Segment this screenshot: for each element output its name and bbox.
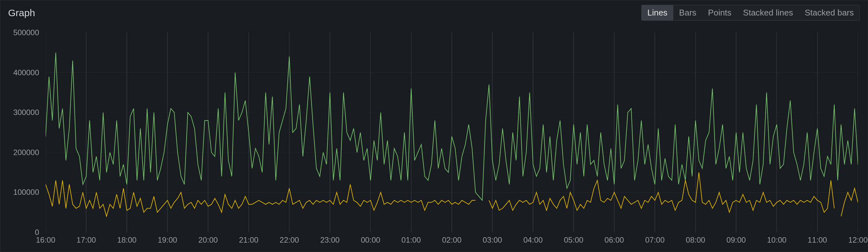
view-style-switch: LinesBarsPointsStacked linesStacked bars bbox=[641, 5, 860, 21]
x-tick: 00:00 bbox=[361, 236, 380, 245]
view-option-stacked-bars[interactable]: Stacked bars bbox=[799, 5, 860, 20]
x-tick: 17:00 bbox=[76, 236, 96, 245]
view-option-bars[interactable]: Bars bbox=[673, 5, 702, 20]
panel-title: Graph bbox=[8, 7, 35, 19]
y-tick: 200000 bbox=[13, 148, 39, 157]
y-axis: 0100000200000300000400000500000 bbox=[0, 33, 42, 232]
x-tick: 22:00 bbox=[280, 236, 299, 245]
plot-area bbox=[45, 33, 858, 232]
x-tick: 08:00 bbox=[686, 236, 705, 245]
x-tick: 23:00 bbox=[320, 236, 340, 245]
x-tick: 18:00 bbox=[117, 236, 136, 245]
view-option-points[interactable]: Points bbox=[702, 5, 737, 20]
panel-header: Graph LinesBarsPointsStacked linesStacke… bbox=[0, 0, 868, 21]
x-tick: 09:00 bbox=[726, 236, 746, 245]
chart-svg bbox=[45, 33, 858, 232]
y-tick: 500000 bbox=[13, 28, 39, 37]
x-tick: 02:00 bbox=[442, 236, 462, 245]
x-tick: 19:00 bbox=[158, 236, 177, 245]
x-tick: 01:00 bbox=[401, 236, 421, 245]
x-tick: 12:00 bbox=[848, 236, 868, 245]
x-tick: 16:00 bbox=[36, 236, 55, 245]
view-option-lines[interactable]: Lines bbox=[642, 5, 673, 20]
x-tick: 04:00 bbox=[523, 236, 542, 245]
y-tick: 100000 bbox=[13, 188, 39, 197]
x-tick: 21:00 bbox=[239, 236, 258, 245]
x-tick: 10:00 bbox=[767, 236, 786, 245]
x-tick: 05:00 bbox=[564, 236, 583, 245]
y-tick: 300000 bbox=[13, 108, 39, 117]
x-tick: 06:00 bbox=[604, 236, 624, 245]
x-axis: 16:0017:0018:0019:0020:0021:0022:0023:00… bbox=[45, 236, 858, 248]
y-tick: 400000 bbox=[13, 68, 39, 77]
x-tick: 07:00 bbox=[645, 236, 664, 245]
x-tick: 20:00 bbox=[198, 236, 218, 245]
view-option-stacked-lines[interactable]: Stacked lines bbox=[737, 5, 799, 20]
x-tick: 11:00 bbox=[808, 236, 827, 245]
x-tick: 03:00 bbox=[483, 236, 502, 245]
chart-panel: Graph LinesBarsPointsStacked linesStacke… bbox=[0, 0, 868, 252]
